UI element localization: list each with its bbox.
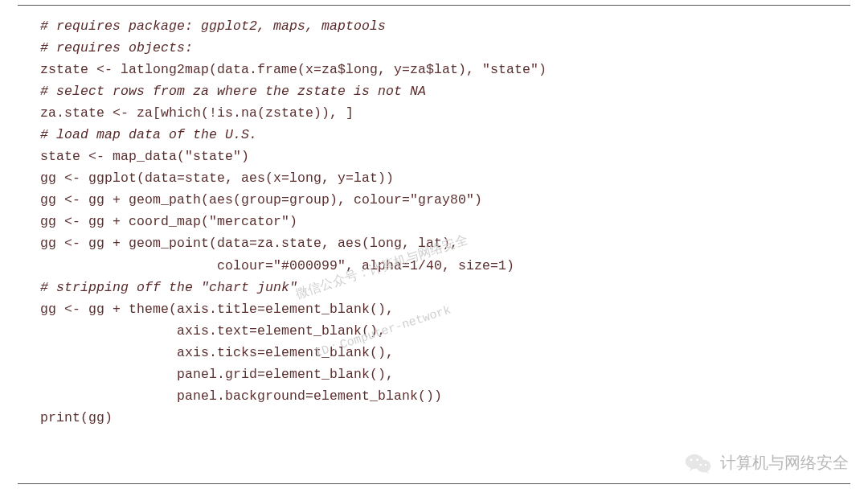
- code-line-20: print(gg): [40, 407, 842, 429]
- code-line-13: colour="#000099", alpha=1/40, size=1): [40, 255, 842, 277]
- code-line-05: za.state <- za[which(!is.na(zstate)), ]: [40, 102, 842, 124]
- code-line-19: panel.background=element_blank()): [40, 385, 842, 407]
- code-line-14: # stripping off the "chart junk": [40, 277, 842, 298]
- code-line-15: gg <- gg + theme(axis.title=element_blan…: [40, 298, 842, 320]
- code-line-17: axis.ticks=element_blank(),: [40, 342, 842, 364]
- code-line-12: gg <- gg + geom_point(data=za.state, aes…: [40, 232, 842, 254]
- code-block-frame: # requires package: ggplot2, maps, mapto…: [18, 5, 850, 484]
- code-line-18: panel.grid=element_blank(),: [40, 364, 842, 385]
- code-line-04: # select rows from za where the zstate i…: [40, 80, 842, 102]
- code-line-03: zstate <- latlong2map(data.frame(x=za$lo…: [40, 59, 842, 80]
- code-line-01: # requires package: ggplot2, maps, mapto…: [40, 15, 842, 37]
- code-line-02: # requires objects:: [40, 37, 842, 59]
- code-line-06: # load map data of the U.S.: [40, 124, 842, 146]
- code-line-07: state <- map_data("state"): [40, 146, 842, 167]
- code-line-11: gg <- gg + coord_map("mercator"): [40, 211, 842, 232]
- code-line-16: axis.text=element_blank(),: [40, 320, 842, 342]
- code-line-10: gg <- gg + geom_path(aes(group=group), c…: [40, 189, 842, 211]
- code-line-09: gg <- ggplot(data=state, aes(x=long, y=l…: [40, 167, 842, 189]
